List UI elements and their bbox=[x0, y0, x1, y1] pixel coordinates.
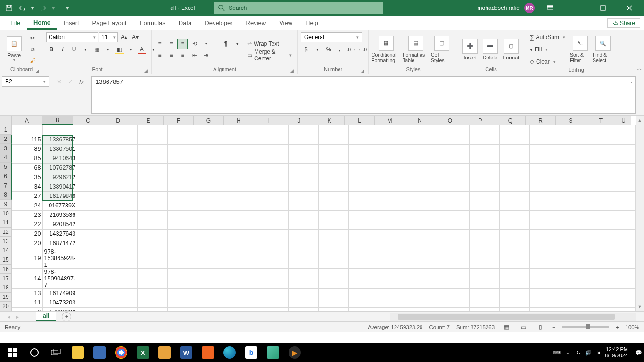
cell[interactable] bbox=[77, 201, 107, 210]
cell[interactable] bbox=[77, 191, 107, 201]
cell[interactable] bbox=[379, 163, 409, 173]
tab-review[interactable]: Review bbox=[239, 16, 273, 30]
cell[interactable] bbox=[470, 191, 500, 201]
cell[interactable] bbox=[500, 154, 530, 163]
cell[interactable] bbox=[500, 288, 530, 298]
cell[interactable] bbox=[500, 173, 530, 182]
number-format-combo[interactable]: General▾ bbox=[301, 32, 362, 42]
cell[interactable] bbox=[349, 268, 379, 288]
cell[interactable] bbox=[107, 163, 138, 173]
cell[interactable] bbox=[319, 288, 349, 298]
cell[interactable] bbox=[258, 307, 289, 311]
cell[interactable] bbox=[107, 288, 138, 298]
font-color-button[interactable]: A bbox=[137, 44, 147, 55]
cell[interactable] bbox=[77, 182, 107, 191]
fill-color-button[interactable]: ◧ bbox=[114, 44, 124, 55]
row-header[interactable]: 18 bbox=[0, 283, 12, 293]
cell[interactable] bbox=[198, 298, 228, 307]
taskbar-app2-icon[interactable] bbox=[154, 343, 175, 362]
cell[interactable] bbox=[228, 173, 258, 182]
cell[interactable] bbox=[620, 191, 636, 201]
cell[interactable] bbox=[77, 173, 107, 182]
cell[interactable] bbox=[168, 201, 198, 210]
align-bottom-icon[interactable]: ≡ bbox=[177, 39, 188, 49]
undo-dropdown-icon[interactable]: ▾ bbox=[30, 3, 35, 13]
cell[interactable] bbox=[409, 144, 439, 154]
cell[interactable] bbox=[620, 298, 636, 307]
page-layout-view-icon[interactable]: ▭ bbox=[518, 323, 528, 331]
cell[interactable]: 24 bbox=[12, 201, 42, 210]
tab-formulas[interactable]: Formulas bbox=[133, 16, 172, 30]
cell[interactable] bbox=[319, 135, 349, 144]
cell[interactable] bbox=[107, 144, 138, 154]
cell[interactable] bbox=[349, 173, 379, 182]
cut-icon[interactable]: ✂ bbox=[27, 33, 38, 43]
cell[interactable] bbox=[228, 268, 258, 288]
column-header-J[interactable]: J bbox=[284, 116, 314, 125]
cell[interactable] bbox=[258, 125, 289, 135]
cell[interactable] bbox=[560, 135, 590, 144]
cell[interactable] bbox=[258, 268, 289, 288]
cell[interactable] bbox=[379, 210, 409, 220]
column-header-F[interactable]: F bbox=[164, 116, 194, 125]
cell[interactable] bbox=[530, 191, 560, 201]
column-header-O[interactable]: O bbox=[435, 116, 465, 125]
cell[interactable] bbox=[379, 268, 409, 288]
column-header-S[interactable]: S bbox=[556, 116, 586, 125]
taskbar-app3-icon[interactable] bbox=[197, 343, 219, 362]
cell[interactable] bbox=[379, 288, 409, 298]
cell[interactable]: 13867857 bbox=[42, 135, 77, 144]
cell[interactable] bbox=[107, 135, 138, 144]
cell[interactable] bbox=[228, 182, 258, 191]
cell[interactable] bbox=[289, 191, 319, 201]
row-header[interactable]: 8 bbox=[0, 190, 12, 200]
cell[interactable]: 19 bbox=[12, 248, 42, 268]
page-break-view-icon[interactable]: ▯ bbox=[535, 323, 545, 331]
cell[interactable] bbox=[12, 125, 42, 135]
conditional-formatting-button[interactable]: ▦Conditional Formatting bbox=[372, 34, 401, 65]
cell[interactable] bbox=[77, 288, 107, 298]
save-icon[interactable] bbox=[4, 3, 14, 13]
cell[interactable]: 10762787 bbox=[42, 163, 77, 173]
cell[interactable] bbox=[258, 144, 289, 154]
column-header-M[interactable]: M bbox=[375, 116, 405, 125]
cell[interactable] bbox=[168, 220, 198, 229]
cell[interactable] bbox=[107, 201, 138, 210]
cell[interactable] bbox=[379, 173, 409, 182]
cell[interactable] bbox=[289, 135, 319, 144]
cell[interactable] bbox=[409, 229, 439, 239]
fill-button[interactable]: ▾Fill▾ bbox=[527, 44, 568, 55]
cell[interactable] bbox=[228, 163, 258, 173]
cell[interactable]: 14 bbox=[12, 268, 42, 288]
cell[interactable] bbox=[530, 248, 560, 268]
cell[interactable] bbox=[107, 239, 138, 248]
cell[interactable] bbox=[560, 191, 590, 201]
cell[interactable]: 16871472 bbox=[42, 239, 77, 248]
cell[interactable] bbox=[379, 307, 409, 311]
cell[interactable] bbox=[319, 154, 349, 163]
paste-button[interactable]: 📋 Paste ▾ bbox=[3, 34, 25, 65]
cell[interactable] bbox=[590, 125, 620, 135]
row-header[interactable]: 19 bbox=[0, 293, 12, 302]
search-box[interactable]: Search bbox=[214, 2, 383, 14]
column-header-N[interactable]: N bbox=[405, 116, 435, 125]
cell[interactable] bbox=[470, 210, 500, 220]
align-top-icon[interactable]: ≡ bbox=[155, 39, 165, 49]
cell[interactable] bbox=[439, 248, 470, 268]
cell[interactable] bbox=[258, 239, 289, 248]
cell[interactable] bbox=[470, 163, 500, 173]
maximize-button[interactable] bbox=[592, 0, 614, 16]
cell[interactable] bbox=[620, 201, 636, 210]
cell[interactable] bbox=[107, 182, 138, 191]
tray-language[interactable]: فا bbox=[596, 350, 600, 356]
column-header-T[interactable]: T bbox=[586, 116, 616, 125]
cell[interactable] bbox=[500, 248, 530, 268]
cell[interactable] bbox=[77, 239, 107, 248]
cell[interactable] bbox=[590, 144, 620, 154]
cell[interactable] bbox=[138, 288, 168, 298]
cell[interactable] bbox=[168, 229, 198, 239]
cell[interactable]: 16179846 bbox=[42, 191, 77, 201]
cell[interactable] bbox=[409, 239, 439, 248]
cell[interactable] bbox=[560, 220, 590, 229]
cell[interactable] bbox=[289, 307, 319, 311]
